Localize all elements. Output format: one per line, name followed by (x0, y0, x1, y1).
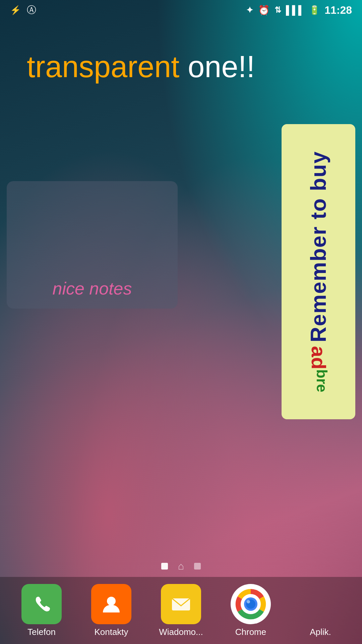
apps-icon (300, 584, 341, 624)
remember-widget[interactable]: Remember to buy bre ad (282, 124, 355, 419)
dock-item-phone[interactable]: Telefon (11, 584, 72, 637)
page-indicator-3[interactable] (194, 563, 201, 570)
alarm-icon: ⏰ (258, 5, 270, 16)
contacts-icon (91, 584, 131, 624)
data-icon: ⇅ (275, 5, 281, 15)
notes-widget[interactable]: nice notes (7, 181, 178, 309)
dock-item-apps[interactable]: Aplik. (290, 584, 351, 637)
dock-item-messages[interactable]: Wiadomо... (151, 584, 211, 637)
bread-red: ad (307, 346, 330, 369)
home-indicator-icon[interactable]: ⌂ (178, 560, 184, 572)
widget-area: transparent one!! nice notes Remember to… (0, 20, 362, 577)
page-indicator-1[interactable] (161, 563, 168, 570)
phone-label: Telefon (27, 627, 56, 637)
status-icons-left: ⚡ Ⓐ (10, 4, 36, 16)
remember-main-text: Remember to buy (307, 151, 330, 342)
bread-green: bre (307, 369, 330, 392)
dock-item-contacts[interactable]: Kontakty (81, 584, 141, 637)
bread-item: bre ad (307, 346, 330, 392)
title-orange-part: transparent (27, 50, 179, 84)
bread-text-combined: bre ad (307, 346, 330, 392)
sync-icon: Ⓐ (27, 4, 36, 16)
page-indicators: ⌂ (0, 560, 362, 572)
svg-point-0 (107, 597, 116, 605)
phone-icon (21, 584, 62, 624)
title-widget[interactable]: transparent one!! (27, 50, 335, 84)
dock-item-chrome[interactable]: Chrome (221, 584, 281, 637)
contacts-label: Kontakty (94, 627, 128, 637)
bluetooth-icon: ✦ (246, 5, 253, 15)
battery-icon: 🔋 (309, 5, 320, 15)
messages-icon (161, 584, 201, 624)
status-icons-right: ✦ ⏰ ⇅ ▌▌▌ 🔋 11:28 (246, 4, 352, 16)
messages-label: Wiadomо... (159, 627, 203, 637)
chrome-label: Chrome (235, 627, 266, 637)
usb-icon: ⚡ (10, 5, 21, 15)
status-bar: ⚡ Ⓐ ✦ ⏰ ⇅ ▌▌▌ 🔋 11:28 (0, 0, 362, 20)
title-text: transparent one!! (27, 50, 335, 84)
dock: Telefon Kontakty Wiadomо... (0, 577, 362, 644)
svg-point-6 (247, 600, 250, 603)
notes-text: nice notes (52, 278, 132, 299)
title-white-part2: one!! (188, 50, 255, 84)
apps-label: Aplik. (310, 627, 331, 637)
chrome-icon (231, 584, 271, 624)
signal-icon: ▌▌▌ (286, 5, 304, 15)
status-time: 11:28 (324, 4, 352, 16)
